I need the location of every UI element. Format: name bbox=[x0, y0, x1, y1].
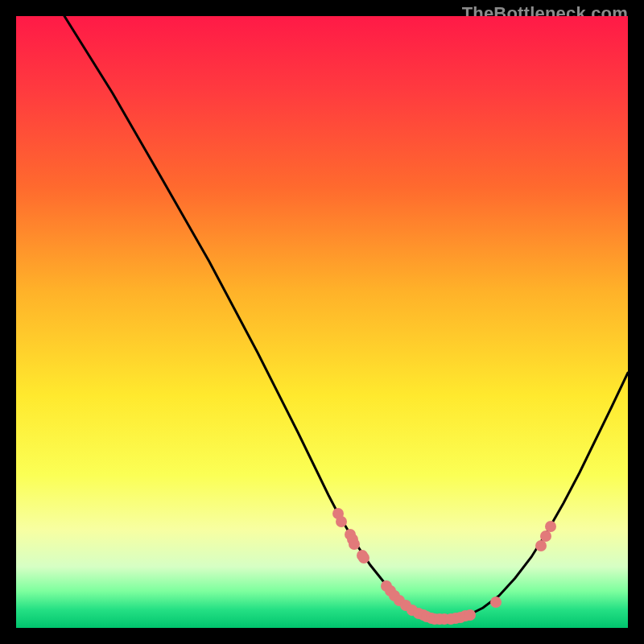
data-dot bbox=[490, 597, 502, 608]
bottleneck-curve bbox=[64, 16, 628, 619]
data-dot bbox=[464, 609, 476, 621]
data-dot bbox=[540, 530, 551, 542]
data-dot bbox=[535, 540, 547, 551]
plot-area bbox=[16, 16, 628, 628]
curve-svg bbox=[16, 16, 628, 628]
data-dot bbox=[349, 539, 360, 550]
data-dot bbox=[545, 521, 556, 532]
chart-frame: TheBottleneck.com bbox=[0, 0, 644, 644]
data-dot bbox=[336, 516, 347, 527]
data-dot bbox=[358, 552, 369, 564]
